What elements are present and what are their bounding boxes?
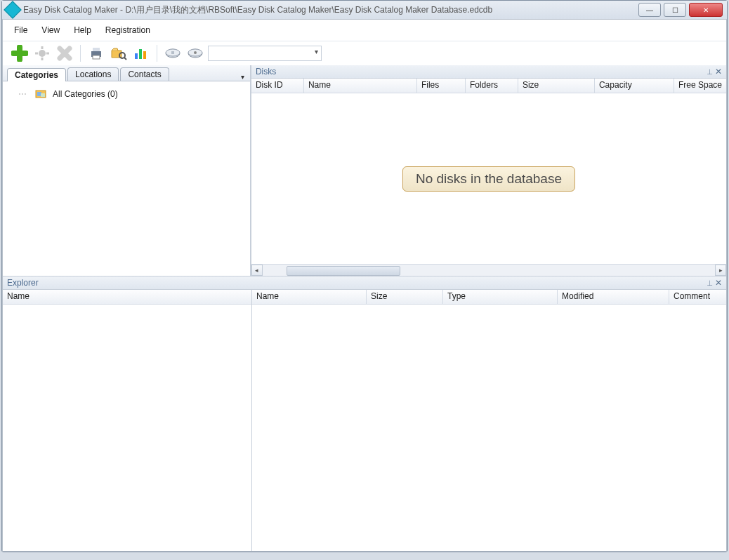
- tab-locations[interactable]: Locations: [67, 67, 119, 81]
- col-freespace[interactable]: Free Space: [674, 79, 726, 93]
- svg-line-9: [124, 58, 126, 60]
- explorer-panel: Name Name Size Type Modified Comment: [3, 290, 726, 551]
- tree-expander-icon: ⋯: [18, 89, 27, 99]
- close-pane-icon[interactable]: ✕: [715, 67, 722, 76]
- disks-pane-header: Disks ⟂ ✕: [251, 65, 726, 79]
- col-exp-size[interactable]: Size: [367, 290, 443, 304]
- disk-icon-1[interactable]: [163, 44, 183, 63]
- col-files[interactable]: Files: [417, 79, 466, 93]
- toolbar-combo[interactable]: [208, 46, 322, 61]
- category-tree[interactable]: ⋯ All Categories (0): [3, 81, 250, 276]
- col-diskid[interactable]: Disk ID: [251, 79, 304, 93]
- col-name[interactable]: Name: [304, 79, 417, 93]
- menu-help[interactable]: Help: [74, 25, 91, 35]
- col-exp-type[interactable]: Type: [443, 290, 558, 304]
- gear-icon[interactable]: [32, 44, 52, 63]
- col-folders[interactable]: Folders: [466, 79, 518, 93]
- category-folder-icon: [34, 88, 48, 100]
- window-title: Easy Disk Catalog Maker - D:\用户目录\我的文档\R…: [23, 4, 492, 16]
- svg-rect-11: [139, 49, 142, 59]
- svg-rect-12: [143, 51, 146, 59]
- tab-categories[interactable]: Categories: [7, 68, 66, 81]
- menu-file[interactable]: File: [14, 25, 27, 35]
- menu-registration[interactable]: Registration: [105, 25, 150, 35]
- explorer-pane-title: Explorer: [7, 278, 39, 288]
- svg-rect-15: [171, 51, 174, 54]
- toolbar: [3, 41, 726, 65]
- explorer-tree-panel: Name: [3, 290, 252, 551]
- explorer-list[interactable]: [252, 305, 726, 551]
- svg-rect-6: [93, 48, 100, 51]
- explorer-list-panel: Name Size Type Modified Comment: [252, 290, 726, 551]
- add-icon[interactable]: [10, 44, 29, 63]
- chart-icon[interactable]: [131, 44, 151, 63]
- pin-icon[interactable]: ⟂: [707, 67, 712, 76]
- col-exp-name[interactable]: Name: [252, 290, 367, 304]
- close-button[interactable]: ✕: [689, 3, 723, 17]
- find-icon[interactable]: [109, 44, 129, 63]
- pin-icon[interactable]: ⟂: [707, 278, 712, 288]
- col-capacity[interactable]: Capacity: [595, 79, 674, 93]
- app-icon: [4, 1, 21, 18]
- close-pane-icon[interactable]: ✕: [715, 278, 722, 288]
- col-size[interactable]: Size: [518, 79, 595, 93]
- menu-bar: File View Help Registration: [3, 20, 726, 41]
- disks-pane-title: Disks: [256, 67, 276, 76]
- explorer-tree[interactable]: [3, 305, 251, 551]
- minimize-button[interactable]: —: [638, 3, 661, 17]
- svg-rect-21: [41, 93, 45, 97]
- menu-view[interactable]: View: [41, 25, 60, 35]
- print-icon[interactable]: [86, 44, 106, 63]
- tree-item-all-categories[interactable]: ⋯ All Categories (0): [7, 87, 250, 101]
- tabs-dropdown-icon[interactable]: ▾: [241, 73, 244, 81]
- disks-columns: Disk ID Name Files Folders Size Capacity…: [251, 79, 726, 93]
- col-exp-modified[interactable]: Modified: [558, 290, 669, 304]
- tab-contacts[interactable]: Contacts: [120, 67, 169, 81]
- delete-icon[interactable]: [55, 44, 74, 63]
- tree-item-label: All Categories (0): [53, 89, 118, 99]
- svg-point-0: [39, 50, 46, 57]
- disks-list[interactable]: No disks in the database: [251, 93, 726, 264]
- side-panel: Categories Locations Contacts ▾ ⋯ All Ca…: [3, 65, 251, 276]
- explorer-pane-header: Explorer ⟂ ✕: [3, 276, 726, 290]
- svg-rect-10: [135, 53, 138, 59]
- svg-rect-7: [93, 55, 100, 59]
- window-titlebar: Easy Disk Catalog Maker - D:\用户目录\我的文档\R…: [2, 1, 727, 20]
- disk-icon-2[interactable]: [185, 44, 205, 63]
- horizontal-scrollbar[interactable]: ◂ ▸: [251, 264, 726, 276]
- col-exp-comment[interactable]: Comment: [669, 290, 726, 304]
- disks-panel: Disks ⟂ ✕ Disk ID Name Files Folders Siz…: [251, 65, 726, 276]
- scroll-thumb[interactable]: [287, 266, 400, 276]
- svg-point-18: [194, 51, 197, 54]
- empty-placeholder: No disks in the database: [402, 166, 575, 192]
- scroll-right-icon[interactable]: ▸: [715, 265, 726, 276]
- col-exp-left-name[interactable]: Name: [3, 290, 251, 304]
- scroll-left-icon[interactable]: ◂: [251, 265, 263, 276]
- tabs-bar: Categories Locations Contacts ▾: [3, 65, 250, 81]
- maximize-button[interactable]: ☐: [664, 3, 686, 17]
